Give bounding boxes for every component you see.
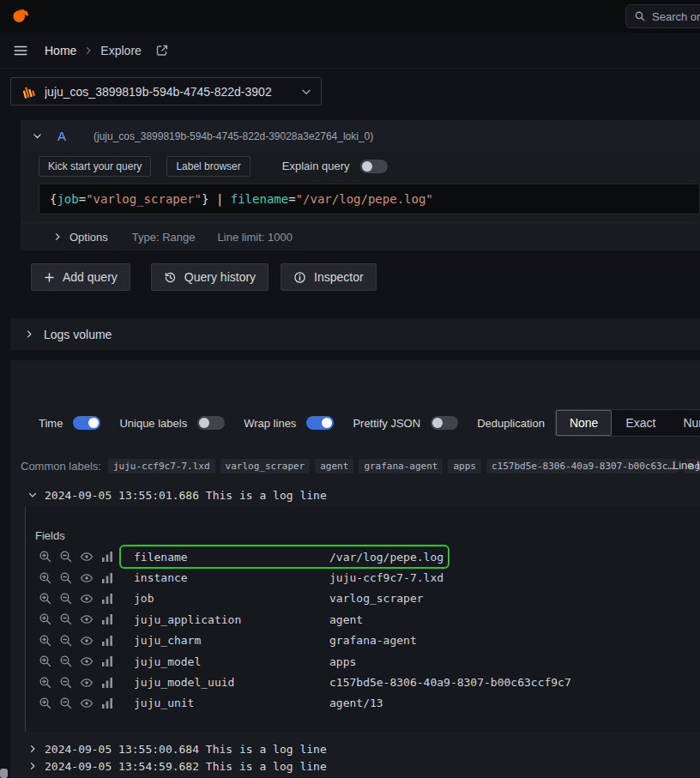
filter-out-value-icon[interactable] (59, 550, 73, 564)
field-value: juju-ccf9c7-7.lxd (329, 571, 444, 584)
inspector-button[interactable]: Inspector (281, 263, 377, 291)
field-stats-icon[interactable] (100, 612, 114, 626)
options-chevron-right-icon[interactable] (52, 232, 63, 242)
filter-out-value-icon[interactable] (59, 676, 73, 690)
filter-out-value-icon[interactable] (59, 571, 73, 585)
query-editor-panel: A (juju_cos_3899819b-594b-4745-822d-3902… (21, 120, 700, 250)
field-name: filename (134, 551, 329, 564)
filter-for-value-icon[interactable] (39, 697, 52, 710)
share-icon[interactable] (155, 44, 169, 57)
field-actions (39, 612, 114, 626)
log-row[interactable]: 2024-09-05 13:55:00.684 This is a log li… (10, 740, 700, 757)
field-stats-icon[interactable] (100, 571, 114, 585)
explain-query-toggle[interactable] (360, 160, 388, 173)
hamburger-menu-icon[interactable] (10, 40, 31, 61)
field-actions (39, 571, 114, 585)
prettify-json-toggle[interactable] (431, 416, 458, 430)
dedup-option-exact[interactable]: Exact (612, 410, 669, 436)
field-actions (39, 592, 114, 606)
datasource-picker[interactable]: juju_cos_3899819b-594b-4745-822d-3902 (10, 77, 322, 106)
common-labels-chips: juju-ccf9c7-7.lxd varlog_scraper agent g… (108, 459, 700, 473)
search-input[interactable]: Search or... (625, 4, 700, 28)
toggle-visibility-eye-icon[interactable] (80, 697, 94, 710)
field-stats-icon[interactable] (100, 550, 114, 564)
log-row-expanded[interactable]: 2024-09-05 13:55:01.686 This is a log li… (10, 486, 700, 504)
dedup-option-numbers[interactable]: Numbers (669, 410, 700, 436)
options-label[interactable]: Options (69, 231, 108, 244)
filter-out-value-icon[interactable] (59, 592, 73, 606)
field-stats-icon[interactable] (100, 676, 114, 690)
wrap-lines-toggle-pair: Wrap lines (244, 416, 334, 430)
unique-labels-toggle[interactable] (197, 416, 225, 430)
filter-for-value-icon[interactable] (39, 612, 52, 626)
breadcrumb-explore[interactable]: Explore (100, 44, 141, 57)
field-value: agent (329, 613, 363, 626)
toggle-visibility-eye-icon[interactable] (80, 676, 94, 690)
collapse-query-chevron-icon[interactable] (32, 130, 43, 142)
chevron-right-icon[interactable] (27, 744, 38, 754)
filter-for-value-icon[interactable] (39, 654, 52, 668)
filter-out-value-icon[interactable] (59, 634, 73, 648)
filter-for-value-icon[interactable] (39, 550, 52, 564)
filter-for-value-icon[interactable] (39, 571, 52, 585)
field-name-value: juju_unit agent/13 (121, 693, 448, 714)
field-stats-icon[interactable] (100, 634, 114, 648)
field-value: grafana-agent (329, 634, 417, 647)
time-toggle-label: Time (39, 417, 63, 430)
query-row-header[interactable]: A (juju_cos_3899819b-594b-4745-822d-3902… (21, 120, 700, 152)
filter-for-value-icon[interactable] (39, 592, 52, 606)
field-actions (39, 550, 114, 564)
query-options-row[interactable]: Options Type: Range Line limit: 1000 (21, 222, 700, 250)
breadcrumb-home[interactable]: Home (45, 44, 76, 57)
explain-query-label: Explain query (282, 160, 350, 172)
field-actions (39, 676, 114, 690)
query-token: | (208, 192, 230, 206)
label-browser-button[interactable]: Label browser (166, 156, 250, 177)
query-token: filename (231, 192, 288, 206)
dedup-option-none[interactable]: None (556, 410, 612, 436)
logs-volume-chevron-icon[interactable] (24, 329, 34, 340)
query-history-button[interactable]: Query history (151, 263, 269, 291)
field-stats-icon[interactable] (100, 592, 114, 606)
query-token: job (57, 192, 78, 206)
options-type: Type: Range (132, 231, 196, 244)
query-ref-id: A (57, 129, 66, 143)
filter-out-value-icon[interactable] (59, 654, 73, 668)
filter-for-value-icon[interactable] (39, 676, 52, 690)
field-actions (39, 634, 114, 648)
field-name: juju_model (134, 655, 329, 668)
filter-out-value-icon[interactable] (59, 697, 73, 710)
filter-out-value-icon[interactable] (59, 612, 73, 626)
line-limit-label: Line limit: 1000 (673, 459, 700, 472)
field-row: juju_charm grafana-agent (26, 630, 700, 651)
toggle-visibility-eye-icon[interactable] (80, 654, 94, 668)
toggle-visibility-eye-icon[interactable] (80, 634, 94, 648)
query-toolbar: Kick start your query Label browser Expl… (21, 154, 700, 178)
logs-volume-panel[interactable]: Logs volume (10, 318, 700, 350)
query-expression-input[interactable]: {job="varlog_scraper"} | filename="/var/… (39, 184, 700, 214)
kick-start-query-button[interactable]: Kick start your query (39, 156, 151, 177)
field-name: instance (134, 571, 329, 584)
grafana-logo-icon[interactable] (11, 7, 30, 26)
field-stats-icon[interactable] (100, 697, 114, 710)
wrap-lines-toggle[interactable] (306, 416, 334, 430)
filter-for-value-icon[interactable] (39, 634, 52, 648)
toggle-visibility-eye-icon[interactable] (80, 550, 94, 564)
add-query-label: Add query (63, 270, 118, 284)
scrollbar-thumb[interactable] (0, 769, 8, 778)
top-bar: Search or... (0, 0, 700, 33)
log-row[interactable]: 2024-09-05 13:54:59.682 This is a log li… (10, 757, 700, 775)
time-toggle[interactable] (73, 416, 100, 430)
deduplication-label: Deduplication (477, 417, 545, 430)
toggle-visibility-eye-icon[interactable] (80, 612, 94, 626)
query-token: { (50, 192, 57, 206)
add-query-button[interactable]: Add query (31, 263, 130, 291)
field-actions (39, 697, 114, 710)
field-value: agent/13 (329, 697, 383, 709)
toggle-visibility-eye-icon[interactable] (80, 592, 94, 606)
chevron-down-icon[interactable] (27, 490, 38, 500)
field-row: job varlog_scraper (26, 588, 700, 609)
toggle-visibility-eye-icon[interactable] (80, 571, 94, 585)
chevron-right-icon[interactable] (27, 761, 38, 771)
field-stats-icon[interactable] (100, 654, 114, 668)
